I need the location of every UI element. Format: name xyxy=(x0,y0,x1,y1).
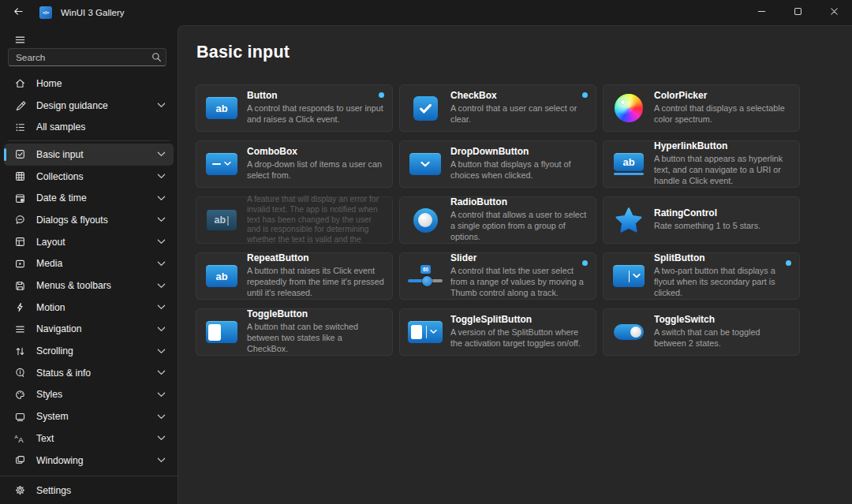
sidebar-item-label: All samples xyxy=(36,121,85,133)
sidebar-item-windowing[interactable]: Windowing xyxy=(4,450,174,472)
card-repeatbutton[interactable]: abRepeatButtonA button that raises its C… xyxy=(196,252,393,300)
toggleswitch-icon xyxy=(604,324,654,340)
card-text: ToggleSwitchA switch that can be toggled… xyxy=(654,315,799,349)
card-title: RepeatButton xyxy=(247,253,384,264)
sidebar-item-text[interactable]: AAText xyxy=(4,427,174,450)
sidebar-item-label: Design guidance xyxy=(36,100,108,111)
button-icon: ab xyxy=(196,97,247,119)
sidebar-item-all-samples[interactable]: All samples xyxy=(4,116,174,138)
card-radiobutton[interactable]: RadioButtonA control that allows a user … xyxy=(399,196,596,244)
chevron-down-icon xyxy=(157,384,166,406)
windowing-icon xyxy=(13,454,26,466)
card-text: DropDownButtonA button that displays a f… xyxy=(450,147,596,181)
sidebar-item-navigation[interactable]: Navigation xyxy=(4,319,174,341)
card-colorpicker[interactable]: ColorPickerA control that displays a sel… xyxy=(603,84,800,132)
sidebar-item-label: Status & info xyxy=(36,368,91,379)
back-button[interactable] xyxy=(3,1,33,24)
chevron-down-icon xyxy=(157,166,166,188)
chevron-down-icon xyxy=(157,405,166,427)
new-badge-dot xyxy=(582,92,588,98)
sidebar-item-system[interactable]: System xyxy=(4,405,174,427)
sidebar-item-layout[interactable]: Layout xyxy=(4,231,174,253)
sidebar-item-label: Home xyxy=(36,78,62,89)
card-title: DropDownButton xyxy=(450,147,588,158)
sidebar-item-home[interactable]: Home xyxy=(4,73,174,95)
sidebar-item-date-time[interactable]: Date & time xyxy=(4,187,174,209)
card-combobox[interactable]: ComboBoxA drop-down list of items a user… xyxy=(196,140,393,188)
sidebar-item-motion[interactable]: Motion xyxy=(4,297,174,319)
sidebar-item-label: Layout xyxy=(36,237,65,248)
card-togglebutton[interactable]: ToggleButtonA button that can be switche… xyxy=(196,308,393,356)
sidebar-item-label: Windowing xyxy=(36,455,84,466)
sidebar-item-dialogs-flyouts[interactable]: Dialogs & flyouts xyxy=(4,209,174,231)
card-description: A control that displays a selectable col… xyxy=(654,103,791,125)
card-description: A button that displays a flyout of choic… xyxy=(450,159,588,181)
nav-footer: Settings xyxy=(0,476,178,504)
media-icon xyxy=(13,258,26,270)
sidebar-item-label: Navigation xyxy=(36,323,82,334)
chevron-down-icon xyxy=(157,144,166,166)
card-text: SplitButtonA two-part button that displa… xyxy=(654,253,799,298)
card-slider[interactable]: 60SliderA control that lets the user sel… xyxy=(399,252,596,300)
card-description: A control that responds to user input an… xyxy=(247,103,384,125)
nav-divider xyxy=(8,140,170,141)
card-description: A control that a user can select or clea… xyxy=(450,103,588,125)
sidebar-item-settings[interactable]: Settings xyxy=(4,479,174,502)
sidebar-item-basic-input[interactable]: Basic input xyxy=(4,144,174,166)
app-window: </> WinUI 3 Gallery HomeDesign guidanceA… xyxy=(0,0,852,504)
card-text: RadioButtonA control that allows a user … xyxy=(450,197,596,242)
card-text: ComboBoxA drop-down list of items a user… xyxy=(247,147,392,181)
sidebar-item-menus-toolbars[interactable]: Menus & toolbars xyxy=(4,274,174,297)
navigation-pane: HomeDesign guidanceAll samplesBasic inpu… xyxy=(0,25,178,504)
chevron-down-icon xyxy=(157,187,166,209)
card-ratingcontrol[interactable]: RatingControlRate something 1 to 5 stars… xyxy=(603,196,800,244)
hamburger-icon xyxy=(14,34,26,49)
repeatbutton-icon: ab xyxy=(196,265,247,287)
textbox-icon: ab| xyxy=(196,210,247,230)
sidebar-item-label: Date & time xyxy=(36,192,87,203)
sidebar-item-styles[interactable]: Styles xyxy=(4,384,174,406)
date-time-icon xyxy=(13,192,26,204)
minimize-button[interactable] xyxy=(743,0,779,25)
chevron-down-icon xyxy=(157,362,166,384)
card-title: HyperlinkButton xyxy=(654,141,791,152)
search-input[interactable] xyxy=(9,52,147,63)
card-description: A button that appears as hyperlink text,… xyxy=(654,154,791,186)
sidebar-item-media[interactable]: Media xyxy=(4,253,174,275)
close-button[interactable] xyxy=(816,0,852,25)
card-checkbox[interactable]: CheckBoxA control that a user can select… xyxy=(399,84,596,132)
card-hyperlinkbutton[interactable]: abHyperlinkButtonA button that appears a… xyxy=(603,140,800,188)
dialogs-icon xyxy=(13,214,26,226)
sidebar-item-collections[interactable]: Collections xyxy=(4,166,174,188)
sidebar-item-status-info[interactable]: Status & info xyxy=(4,362,174,384)
card-toggleswitch[interactable]: ToggleSwitchA switch that can be toggled… xyxy=(603,308,800,356)
card-text: RatingControlRate something 1 to 5 stars… xyxy=(654,208,799,232)
card-button[interactable]: abButtonA control that responds to user … xyxy=(196,84,393,132)
winui-app-icon: </> xyxy=(39,6,52,19)
maximize-button[interactable] xyxy=(779,0,816,25)
card-dropdownbutton[interactable]: DropDownButtonA button that displays a f… xyxy=(399,140,596,188)
sidebar-item-label: Motion xyxy=(36,302,65,313)
card-splitbutton[interactable]: SplitButtonA two-part button that displa… xyxy=(603,252,800,300)
card-text: ToggleButtonA button that can be switche… xyxy=(247,309,392,354)
sidebar-item-label: System xyxy=(36,411,69,422)
card-title: CheckBox xyxy=(450,91,588,102)
slider-icon: 60 xyxy=(400,264,450,288)
card-title: ColorPicker xyxy=(654,91,791,102)
card-togglesplitbutton[interactable]: ToggleSplitButtonA version of the SplitB… xyxy=(399,308,596,356)
checkbox-icon xyxy=(400,96,450,121)
card-description: A control that allows a user to select a… xyxy=(450,210,588,242)
card-text: SliderA control that lets the user selec… xyxy=(450,253,596,298)
togglebutton-icon xyxy=(196,321,247,343)
colorpicker-icon xyxy=(604,94,654,122)
sidebar-item-scrolling[interactable]: Scrolling xyxy=(4,340,174,362)
titlebar: </> WinUI 3 Gallery xyxy=(0,0,852,25)
dropdownbutton-icon xyxy=(400,153,450,175)
new-badge-dot xyxy=(379,92,384,98)
sidebar-item-design-guidance[interactable]: Design guidance xyxy=(4,95,174,117)
search-icon xyxy=(147,51,166,63)
search-box[interactable] xyxy=(8,48,166,66)
sidebar-item-label: Settings xyxy=(36,485,71,496)
chevron-down-icon xyxy=(157,209,166,231)
card-title: ToggleSplitButton xyxy=(450,315,588,326)
